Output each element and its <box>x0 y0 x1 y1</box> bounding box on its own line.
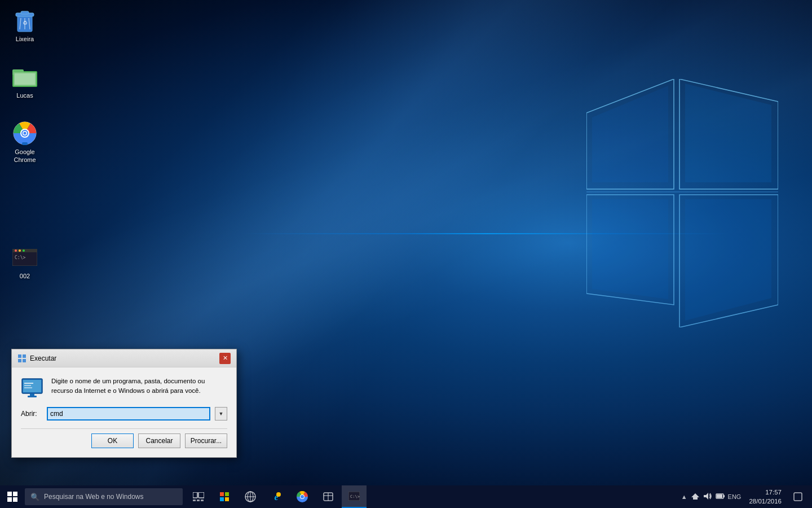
browse-button[interactable]: Procurar... <box>185 433 227 448</box>
svg-point-31 <box>23 249 25 252</box>
ie-button[interactable]: e <box>264 485 289 508</box>
lucas-label: Lucas <box>16 91 33 99</box>
dialog-open-label: Abrir: <box>21 410 42 418</box>
run-dialog: Executar ✕ <box>11 349 237 458</box>
svg-rect-35 <box>23 359 26 362</box>
cmd-taskbar-button[interactable]: C:\> <box>342 485 367 508</box>
cancel-button[interactable]: Cancelar <box>138 433 180 448</box>
desktop-icon-lucas[interactable]: Lucas <box>5 62 45 102</box>
svg-rect-44 <box>13 492 17 496</box>
svg-rect-73 <box>794 493 802 501</box>
recycle-bin-icon: ♻ <box>12 8 37 33</box>
dialog-body: Digite o nome de um programa, pasta, doc… <box>12 367 236 457</box>
network-icon[interactable] <box>691 492 700 502</box>
svg-point-29 <box>15 249 17 252</box>
language-indicator[interactable]: ENG <box>728 493 742 500</box>
svg-rect-50 <box>197 500 200 501</box>
clock-date: 28/01/2016 <box>749 497 782 506</box>
dialog-title: Executar <box>30 354 56 362</box>
tray-icons: ▲ <box>681 492 742 502</box>
battery-icon[interactable] <box>716 492 725 502</box>
store-button[interactable] <box>212 485 237 508</box>
search-text: Pesquisar na Web e no Windows <box>44 493 144 501</box>
windows-logo <box>586 79 778 327</box>
svg-point-24 <box>24 132 27 135</box>
taskbar-clock[interactable]: 17:57 28/01/2016 <box>745 488 785 506</box>
svg-rect-53 <box>225 492 229 496</box>
volume-icon[interactable] <box>703 492 712 502</box>
svg-rect-19 <box>15 73 35 85</box>
svg-rect-42 <box>28 396 37 397</box>
desktop-icon-002[interactable]: C:\> 002 <box>5 243 45 282</box>
ok-button[interactable]: OK <box>91 433 134 448</box>
dialog-buttons-row: OK Cancelar Procurar... <box>21 428 227 450</box>
svg-rect-54 <box>220 497 224 501</box>
svg-marker-4 <box>592 86 668 182</box>
taskbar: 🔍 Pesquisar na Web e no Windows <box>0 485 812 508</box>
dialog-content-row: Digite o nome de um programa, pasta, doc… <box>21 376 227 399</box>
taskbar-search[interactable]: 🔍 Pesquisar na Web e no Windows <box>25 488 183 505</box>
search-icon: 🔍 <box>30 493 39 501</box>
svg-rect-51 <box>201 500 204 501</box>
chrome-taskbar-button[interactable] <box>290 485 315 508</box>
svg-rect-55 <box>225 497 229 501</box>
run-title-icon <box>17 354 27 363</box>
svg-rect-43 <box>7 492 12 496</box>
dialog-close-button[interactable]: ✕ <box>219 353 231 364</box>
svg-point-30 <box>19 249 21 252</box>
svg-marker-7 <box>685 199 771 321</box>
task-view-button[interactable] <box>186 485 211 508</box>
svg-rect-33 <box>23 354 26 358</box>
svg-rect-72 <box>717 494 722 498</box>
chrome-icon <box>12 121 37 146</box>
desktop: ♻ Lixeira Lucas <box>0 0 812 485</box>
notifications-button[interactable] <box>789 485 806 508</box>
002-label: 002 <box>20 272 30 280</box>
dialog-input-row: Abrir: ▼ <box>21 407 227 421</box>
run-input[interactable] <box>47 407 210 421</box>
svg-rect-45 <box>7 497 12 502</box>
svg-rect-49 <box>193 500 196 501</box>
show-hidden-icons[interactable]: ▲ <box>681 493 687 500</box>
run-dropdown-button[interactable]: ▼ <box>215 407 227 421</box>
globe-button[interactable] <box>238 485 263 508</box>
start-button[interactable] <box>0 485 25 508</box>
clock-time: 17:57 <box>765 488 782 497</box>
taskbar-right: ▲ <box>676 485 812 508</box>
chrome-label: Google Chrome <box>7 148 43 164</box>
lucas-folder-icon <box>12 64 37 89</box>
dialog-titlebar: Executar ✕ <box>12 349 236 367</box>
svg-rect-11 <box>21 11 29 14</box>
svg-rect-25 <box>22 142 28 145</box>
svg-point-61 <box>276 492 281 497</box>
002-icon: C:\> <box>12 245 37 270</box>
svg-marker-69 <box>704 493 708 500</box>
svg-rect-47 <box>193 492 197 498</box>
svg-point-63 <box>301 495 304 498</box>
svg-rect-46 <box>13 497 17 502</box>
globe2-button[interactable] <box>316 485 341 508</box>
svg-marker-5 <box>685 84 771 182</box>
svg-text:C:\>: C:\> <box>350 494 360 499</box>
svg-rect-37 <box>23 380 41 392</box>
desktop-icon-chrome[interactable]: Google Chrome <box>5 119 45 167</box>
svg-rect-52 <box>220 492 224 496</box>
dialog-description: Digite o nome de um programa, pasta, doc… <box>51 376 227 396</box>
svg-rect-48 <box>198 492 204 498</box>
svg-rect-32 <box>18 354 21 358</box>
svg-text:C:\>: C:\> <box>15 255 25 260</box>
dialog-titlebar-left: Executar <box>17 354 56 363</box>
desktop-icon-recycle-bin[interactable]: ♻ Lixeira <box>5 6 45 45</box>
svg-rect-71 <box>723 495 725 497</box>
recycle-bin-label: Lixeira <box>16 35 34 43</box>
taskbar-middle: e C <box>186 485 676 508</box>
svg-marker-6 <box>592 199 668 299</box>
svg-text:♻: ♻ <box>23 20 28 26</box>
dialog-run-icon <box>21 376 43 399</box>
svg-rect-34 <box>18 359 21 362</box>
